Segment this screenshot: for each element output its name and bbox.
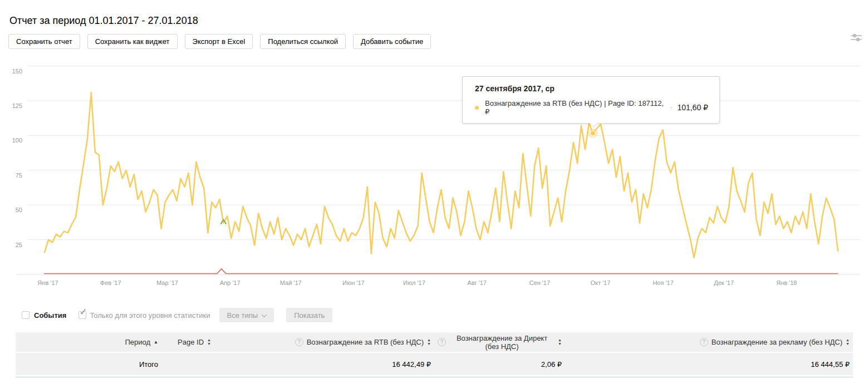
x-tick-label: Янв '17	[37, 279, 58, 286]
column-header-label: Вознаграждение за рекламу (без НДС)	[712, 338, 842, 346]
toolbar-button-2[interactable]: Экспорт в Excel	[185, 34, 253, 49]
events-checkbox[interactable]	[22, 311, 30, 319]
x-tick-label: Окт '17	[590, 279, 610, 286]
events-bar: События ✓ Только для этого уровня статис…	[22, 307, 332, 323]
totals-ads: 16 444,55 ₽	[565, 352, 853, 375]
toolbar-button-4[interactable]: Добавить событие	[353, 34, 431, 49]
chart-tooltip: 27 сентября 2017, ср Вознаграждение за R…	[462, 76, 720, 124]
column-header-label: Вознаграждение за Директ (без НДС)	[449, 334, 555, 351]
x-tick-label: Фев '17	[100, 279, 121, 286]
sort-both-icon[interactable]: ▲▼	[846, 338, 850, 346]
totals-table: Период▲Page ID▲▼?Вознаграждение за RTB (…	[16, 332, 853, 375]
x-tick-label: Май '17	[280, 279, 302, 286]
tooltip-separator: ·	[670, 104, 673, 111]
y-tick-label: 25	[16, 242, 22, 248]
help-icon[interactable]: ?	[295, 338, 303, 346]
x-tick-label: Апр '17	[220, 279, 241, 286]
help-icon[interactable]: ?	[700, 338, 708, 346]
hovered-point[interactable]	[590, 131, 595, 136]
tooltip-value: 101,60 ₽	[677, 103, 708, 112]
event-types-dropdown[interactable]: Все типы	[219, 308, 274, 322]
column-header-2[interactable]: ?Вознаграждение за RTB (без НДС)▲▼	[214, 332, 434, 352]
column-header-0[interactable]: Период▲	[16, 332, 161, 352]
x-tick-label: Янв '18	[776, 279, 797, 286]
revenue-chart[interactable]: 150125100755025Янв '17Фев '17Мар '17Апр …	[0, 50, 868, 295]
help-icon[interactable]: ?	[438, 338, 446, 346]
totals-page-id	[161, 352, 214, 375]
series-dot-icon	[475, 106, 479, 110]
totals-rtb: 16 442,49 ₽	[214, 352, 434, 375]
sort-asc-icon[interactable]: ▲	[154, 340, 158, 345]
tooltip-series-label: Вознаграждение за RTB (без НДС) | Page I…	[485, 99, 668, 116]
column-header-label: Вознаграждение за RTB (без НДС)	[307, 338, 424, 346]
sort-both-icon[interactable]: ▲▼	[207, 338, 211, 346]
totals-label: Итого	[16, 352, 161, 375]
x-tick-label: Мар '17	[156, 279, 178, 286]
column-header-1[interactable]: Page ID▲▼	[161, 332, 214, 352]
toolbar-button-1[interactable]: Сохранить как виджет	[87, 34, 178, 49]
x-tick-label: Сен '17	[529, 279, 551, 286]
y-tick-label: 50	[16, 207, 22, 213]
toolbar: Сохранить отчетСохранить как виджетЭкспо…	[8, 34, 431, 49]
x-tick-label: Июн '17	[342, 279, 365, 286]
column-header-label: Page ID	[178, 338, 204, 346]
events-label[interactable]: События	[34, 311, 66, 320]
chevron-down-icon	[262, 312, 267, 317]
x-tick-label: Ноя '17	[653, 279, 673, 286]
show-button[interactable]: Показать	[286, 308, 332, 322]
y-tick-label: 75	[16, 172, 22, 179]
column-header-4[interactable]: ?Вознаграждение за рекламу (без НДС)▲▼	[565, 332, 853, 352]
tooltip-date: 27 сентября 2017, ср	[475, 84, 708, 93]
check-icon: ✓	[79, 307, 87, 317]
only-level-checkbox[interactable]: ✓	[79, 311, 86, 319]
page-title: Отчет за период 01.01.2017 - 27.01.2018	[9, 15, 198, 27]
only-level-label[interactable]: Только для этого уровня статистики	[90, 311, 210, 320]
table-header-row: Период▲Page ID▲▼?Вознаграждение за RTB (…	[16, 332, 853, 352]
direct-line-series[interactable]	[44, 269, 838, 273]
y-tick-label: 125	[12, 102, 22, 109]
column-header-3[interactable]: ?Вознаграждение за Директ (без НДС)▲▼	[434, 332, 565, 352]
y-tick-label: 150	[12, 68, 22, 75]
filter-sliders-icon[interactable]	[850, 32, 863, 43]
event-types-value: Все типы	[227, 311, 258, 320]
toolbar-button-0[interactable]: Сохранить отчет	[8, 34, 80, 49]
sort-both-icon[interactable]: ▲▼	[427, 338, 431, 346]
toolbar-button-3[interactable]: Поделиться ссылкой	[260, 34, 346, 49]
x-tick-label: Авг '17	[467, 279, 487, 286]
x-tick-label: Дек '17	[714, 279, 734, 286]
table-row-totals[interactable]: Итого 16 442,49 ₽ 2,06 ₽ 16 444,55 ₽	[16, 352, 853, 375]
y-tick-label: 100	[12, 137, 22, 144]
column-header-label: Период	[125, 338, 150, 346]
sort-both-icon[interactable]: ▲▼	[558, 338, 562, 346]
chart-canvas[interactable]: 150125100755025Янв '17Фев '17Мар '17Апр …	[0, 50, 868, 295]
x-tick-label: Июл '17	[403, 279, 425, 286]
totals-direct: 2,06 ₽	[434, 352, 565, 375]
